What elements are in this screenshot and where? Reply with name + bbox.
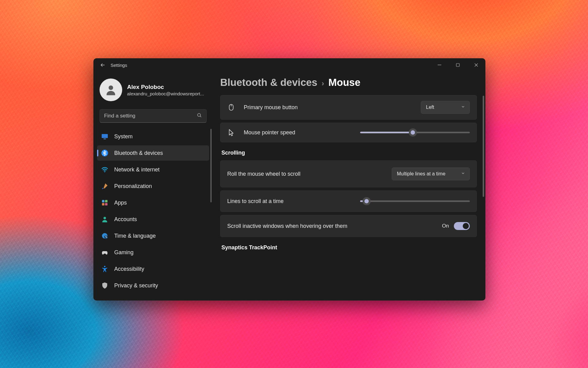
sidebar-item-network[interactable]: Network & internet: [97, 162, 209, 177]
sidebar-item-time-language[interactable]: Time & language: [97, 228, 209, 243]
primary-button-select[interactable]: Left: [421, 101, 470, 114]
sidebar-item-label: Time & language: [114, 233, 156, 239]
window-title: Settings: [111, 63, 127, 68]
lines-slider[interactable]: [360, 197, 470, 205]
wheel-mode-select[interactable]: Multiple lines at a time: [392, 167, 470, 180]
breadcrumb-parent[interactable]: Bluetooth & devices: [220, 77, 317, 88]
sidebar-item-bluetooth-devices[interactable]: Bluetooth & devices: [97, 145, 209, 161]
bluetooth-icon: [101, 149, 109, 157]
chevron-right-icon: ›: [322, 79, 324, 88]
select-value: Multiple lines at a time: [397, 171, 445, 177]
sidebar-item-label: Network & internet: [114, 167, 160, 173]
scroll-inactive-toggle[interactable]: [454, 222, 470, 230]
chevron-down-icon: [461, 171, 465, 177]
sidebar-item-accessibility[interactable]: Accessibility: [97, 261, 209, 277]
setting-lines-to-scroll: Lines to scroll at a time: [220, 190, 477, 212]
sidebar-item-system[interactable]: System: [97, 129, 209, 144]
minimize-button[interactable]: [430, 58, 449, 72]
sidebar-item-privacy-security[interactable]: Privacy & security: [97, 278, 209, 293]
title-bar: Settings: [93, 58, 485, 72]
svg-rect-1: [438, 65, 441, 65]
setting-primary-mouse-button: Primary mouse button Left: [220, 95, 477, 120]
search-box[interactable]: [100, 109, 207, 123]
search-icon: [197, 113, 202, 119]
sidebar-item-apps[interactable]: Apps: [97, 195, 209, 210]
setting-label: Roll the mouse wheel to scroll: [227, 171, 300, 177]
person-icon: [101, 215, 109, 223]
svg-point-19: [104, 266, 106, 267]
search-input[interactable]: [104, 113, 194, 119]
setting-wheel-mode: Roll the mouse wheel to scroll Multiple …: [220, 160, 477, 187]
svg-rect-14: [102, 203, 104, 205]
sidebar: Alex Poloboc alexandru_poloboc@windowsre…: [93, 72, 212, 301]
sidebar-item-accounts[interactable]: Accounts: [97, 212, 209, 227]
profile-block[interactable]: Alex Poloboc alexandru_poloboc@windowsre…: [97, 75, 212, 107]
svg-point-6: [198, 113, 201, 117]
accessibility-icon: [101, 265, 109, 273]
setting-scroll-inactive: Scroll inactive windows when hovering ov…: [220, 215, 477, 237]
sidebar-item-label: System: [114, 133, 133, 140]
maximize-button[interactable]: [449, 58, 467, 72]
setting-label: Mouse pointer speed: [244, 129, 295, 136]
svg-line-7: [200, 116, 201, 117]
close-button[interactable]: [467, 58, 485, 72]
svg-rect-9: [104, 139, 106, 139]
svg-rect-8: [102, 134, 108, 138]
sidebar-item-label: Bluetooth & devices: [114, 150, 163, 156]
user-email: alexandru_poloboc@windowsreport...: [127, 91, 204, 96]
toggle-state-label: On: [442, 223, 449, 229]
main-scrollbar[interactable]: [483, 96, 484, 197]
sidebar-item-gaming[interactable]: Gaming: [97, 245, 209, 260]
svg-rect-2: [456, 63, 459, 67]
svg-rect-15: [105, 203, 107, 205]
sidebar-item-personalization[interactable]: Personalization: [97, 178, 209, 194]
setting-label: Scroll inactive windows when hovering ov…: [227, 223, 347, 229]
wifi-icon: [101, 166, 109, 174]
chevron-down-icon: [461, 105, 465, 110]
sidebar-item-label: Accounts: [114, 216, 137, 223]
clock-globe-icon: [101, 232, 109, 240]
sidebar-item-label: Gaming: [114, 249, 134, 256]
avatar: [100, 79, 122, 101]
sidebar-item-label: Apps: [114, 200, 127, 206]
section-trackpoint-title: Synaptics TrackPoint: [221, 244, 477, 251]
apps-icon: [101, 199, 109, 207]
settings-window: Settings Alex Poloboc alexandru_p: [93, 58, 485, 301]
svg-point-5: [109, 86, 113, 90]
cursor-icon: [227, 128, 235, 136]
mouse-icon: [227, 103, 235, 111]
svg-point-16: [104, 217, 106, 219]
setting-label: Primary mouse button: [244, 104, 298, 111]
user-display-name: Alex Poloboc: [127, 83, 204, 91]
breadcrumb: Bluetooth & devices › Mouse: [220, 77, 477, 88]
nav-list: System Bluetooth & devices Network & int…: [97, 129, 212, 293]
setting-pointer-speed: Mouse pointer speed: [220, 123, 477, 142]
main-content: Bluetooth & devices › Mouse Primary mous…: [212, 72, 485, 301]
setting-label: Lines to scroll at a time: [227, 198, 284, 205]
paintbrush-icon: [101, 182, 109, 190]
display-icon: [101, 132, 109, 140]
gamepad-icon: [101, 248, 109, 256]
pointer-speed-slider[interactable]: [360, 129, 470, 136]
page-title: Mouse: [328, 77, 360, 88]
svg-point-11: [104, 171, 105, 172]
back-button[interactable]: [98, 61, 107, 69]
select-value: Left: [426, 105, 434, 110]
svg-rect-13: [105, 200, 107, 202]
shield-icon: [101, 282, 109, 289]
sidebar-item-label: Accessibility: [114, 266, 144, 272]
sidebar-scrollbar[interactable]: [210, 129, 212, 202]
sidebar-item-label: Privacy & security: [114, 282, 158, 289]
sidebar-item-label: Personalization: [114, 183, 152, 190]
section-scrolling-title: Scrolling: [221, 150, 477, 156]
svg-rect-12: [102, 200, 104, 202]
